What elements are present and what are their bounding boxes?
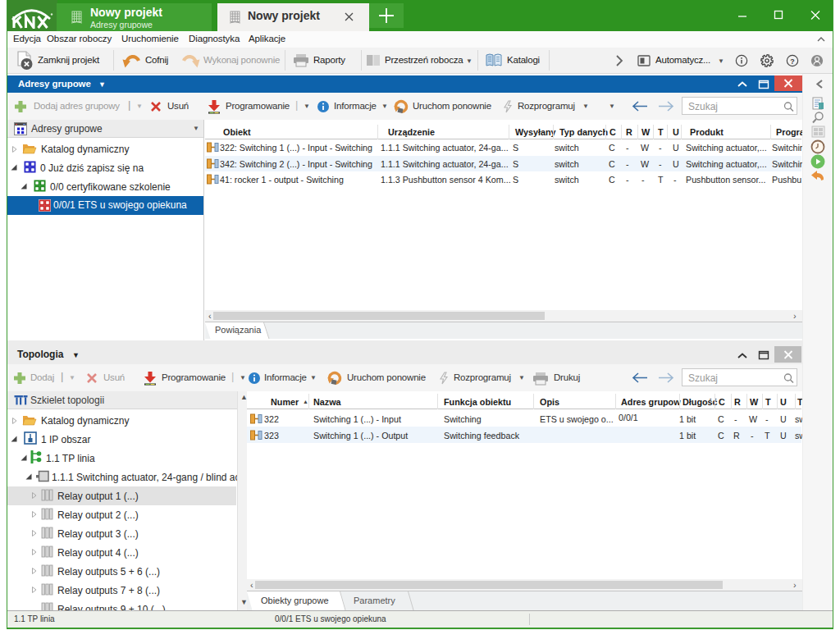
- svg-text:?: ?: [790, 57, 794, 66]
